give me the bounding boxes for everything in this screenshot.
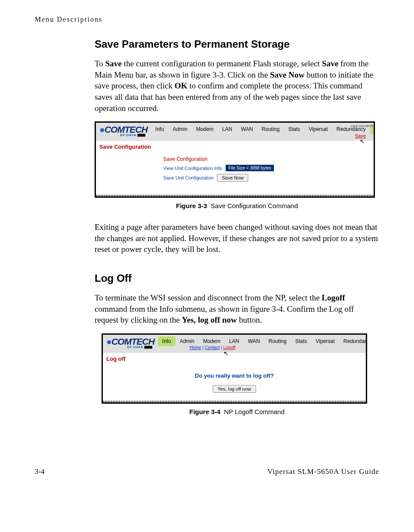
para-save-warning: Exiting a page after parameters have bee… xyxy=(95,222,379,255)
logoff-panel: Do you really want to log off? Yes, log … xyxy=(103,366,366,401)
menu-stats[interactable]: Stats xyxy=(284,124,304,134)
menu-wan[interactable]: WAN xyxy=(243,336,264,346)
menu-vipersat[interactable]: Vipersat xyxy=(305,124,332,134)
menu-info[interactable]: Info xyxy=(151,124,168,134)
menubar: ●COMTECH EF DATA ▮▮▮▮▮▮ Info Admin Modem… xyxy=(96,123,374,141)
main-menu: Info Admin Modem LAN WAN Routing Stats V… xyxy=(158,336,367,346)
save-config-label: Save Unit Configuration xyxy=(163,175,214,180)
menu-vipersat[interactable]: Vipersat xyxy=(312,336,339,346)
figure-3-4-screenshot: ●COMTECH EF DATA ▮▮▮▮▮▮ Info Admin Modem… xyxy=(102,333,367,404)
file-size-value: File Size = 3898 bytes xyxy=(226,165,274,171)
menu-admin[interactable]: Admin xyxy=(168,124,192,134)
logo-bars-icon: ▮▮▮▮▮▮ xyxy=(137,133,145,137)
logoff-prompt: Do you really want to log off? xyxy=(103,372,366,379)
doc-title-footer: Vipersat SLM-5650A User Guide xyxy=(267,467,379,476)
menu-admin[interactable]: Admin xyxy=(175,336,199,346)
logo-bars-icon: ▮▮▮▮▮▮ xyxy=(144,345,152,349)
menu-lan[interactable]: LAN xyxy=(218,124,237,134)
app-logo: ●COMTECH EF DATA ▮▮▮▮▮▮ xyxy=(96,123,151,143)
para-logoff-intro: To terminate the WSI session and disconn… xyxy=(95,292,379,326)
figure-3-3-screenshot: ●COMTECH EF DATA ▮▮▮▮▮▮ Info Admin Modem… xyxy=(95,121,375,198)
figure-3-3-caption: Figure 3-3 Save Configuration Command xyxy=(95,202,379,209)
menubar: ●COMTECH EF DATA ▮▮▮▮▮▮ Info Admin Modem… xyxy=(103,335,366,353)
figure-3-4-caption: Figure 3-4 NP Logoff Command xyxy=(95,408,379,415)
sublink-home[interactable]: Home xyxy=(190,345,201,350)
torn-edge-decoration xyxy=(103,401,366,402)
sublink-contact[interactable]: Contact xyxy=(205,345,220,350)
torn-edge-decoration xyxy=(96,195,374,196)
menu-routing[interactable]: Routing xyxy=(257,124,284,134)
shot-page-title: Save Configuration xyxy=(96,141,374,154)
menu-routing[interactable]: Routing xyxy=(264,336,291,346)
menu-modem[interactable]: Modem xyxy=(199,336,225,346)
view-config-label: View Unit Configuration Info xyxy=(163,166,222,171)
section-title-save: Save Parameters to Permanent Storage xyxy=(95,38,379,50)
menu-wan[interactable]: WAN xyxy=(237,124,257,134)
main-menu: Info Admin Modem LAN WAN Routing Stats V… xyxy=(151,124,375,134)
shot-page-title: Log off xyxy=(103,353,366,366)
menu-redundancy[interactable]: Redundancy xyxy=(339,336,367,346)
info-submenu: Home | Contact | Logoff xyxy=(190,345,235,350)
save-submenu-link[interactable]: Save xyxy=(355,133,366,138)
section-title-logoff: Log Off xyxy=(95,272,379,284)
menu-info[interactable]: Info xyxy=(158,336,175,346)
page-footer: 3-4 Vipersat SLM-5650A User Guide xyxy=(35,467,379,476)
sublink-logoff[interactable]: Logoff xyxy=(223,345,235,350)
menu-stats[interactable]: Stats xyxy=(291,336,311,346)
menu-lan[interactable]: LAN xyxy=(225,336,243,346)
app-logo: ●COMTECH EF DATA ▮▮▮▮▮▮ xyxy=(103,335,158,355)
para-save-intro: To Save the current configuration to per… xyxy=(95,58,379,114)
save-now-button[interactable]: Save Now xyxy=(217,174,248,182)
page-running-header: Menu Descriptions xyxy=(35,16,379,23)
yes-logoff-button[interactable]: Yes, log off now xyxy=(213,385,256,393)
menu-modem[interactable]: Modem xyxy=(192,124,218,134)
page-number: 3-4 xyxy=(35,467,45,476)
copyright-snippet: Copy Com All Ri xyxy=(351,124,373,127)
save-config-panel: Save Configuration View Unit Configurati… xyxy=(96,154,374,189)
panel-heading: Save Configuration xyxy=(163,156,306,162)
